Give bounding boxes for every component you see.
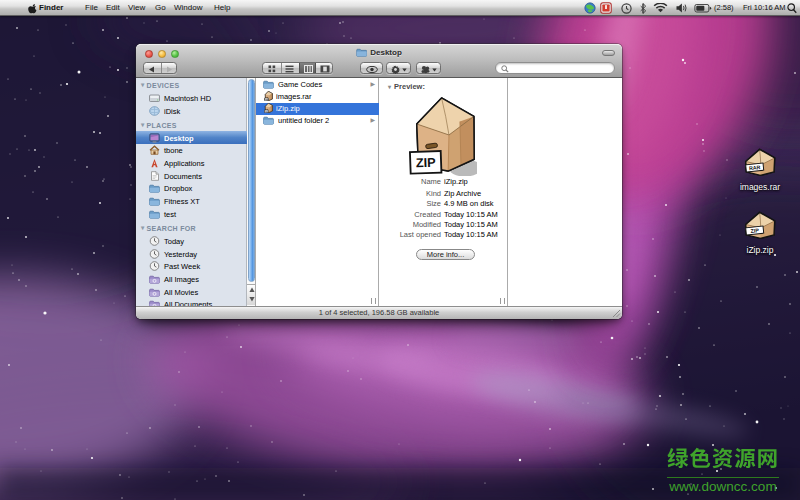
svg-text:RAR: RAR <box>748 164 760 171</box>
svg-text:RAR: RAR <box>264 98 269 100</box>
svg-text:ZIP: ZIP <box>750 227 759 234</box>
svg-text:ZIP: ZIP <box>415 155 436 171</box>
